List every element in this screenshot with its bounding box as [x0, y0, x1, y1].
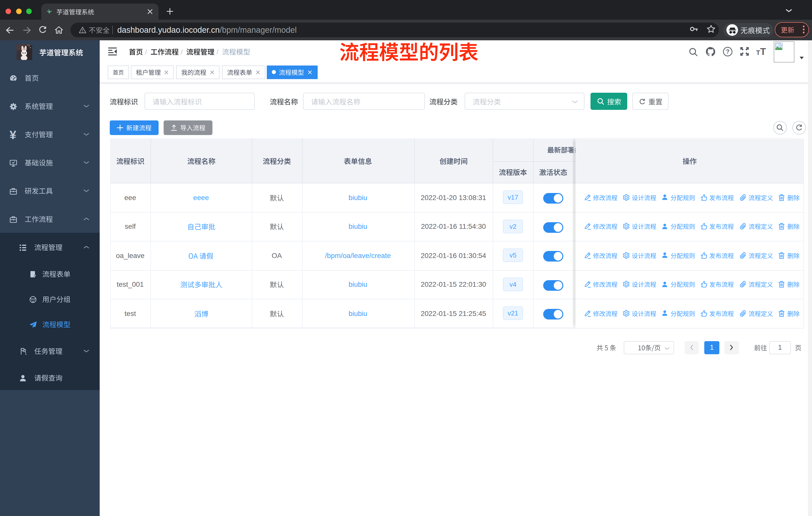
svg-text:T: T: [760, 46, 766, 55]
svg-text:T: T: [756, 49, 760, 55]
svg-text:?: ?: [726, 48, 729, 55]
